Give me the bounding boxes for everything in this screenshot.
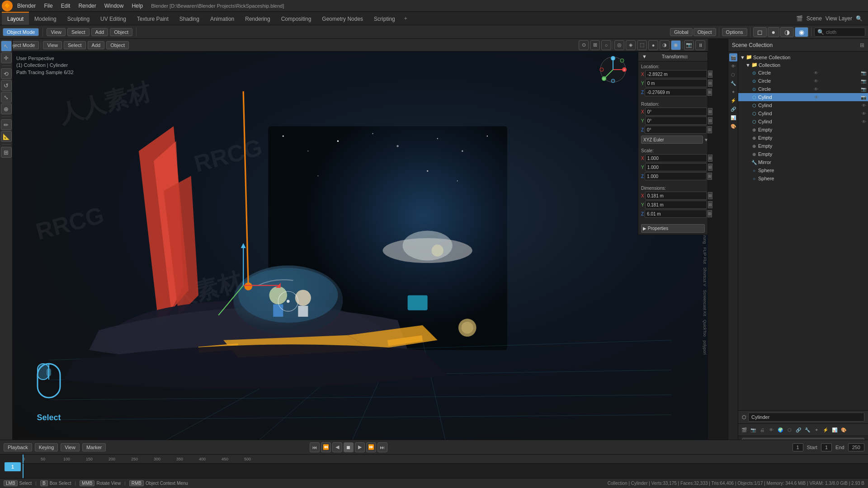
pi-scene-btn[interactable]: 🎬 <box>729 53 737 61</box>
viewport-compass[interactable]: Z X Y <box>599 56 627 83</box>
obj-object-props[interactable]: ⬡ <box>785 426 793 434</box>
sc-cylinder-4[interactable]: ⬡ Cylind 👁 <box>738 117 868 126</box>
sc-eye-cyl2[interactable]: 👁 <box>862 103 866 108</box>
menu-edit[interactable]: Edit <box>57 2 74 10</box>
material-btn[interactable]: ◑ <box>780 27 794 37</box>
tab-texture-paint[interactable]: Texture Paint <box>132 12 174 25</box>
viewport-select-btn[interactable]: Select <box>64 41 86 49</box>
viewport-object-btn[interactable]: Object <box>106 41 129 49</box>
pivot-point-btn[interactable]: ⊙ <box>579 40 589 50</box>
tab-animation[interactable]: Animation <box>205 12 240 25</box>
obj-scene-props[interactable]: 🎬 <box>740 426 748 434</box>
viewport-view-btn[interactable]: View <box>43 41 62 49</box>
camera-btn[interactable]: 📷 <box>684 40 694 50</box>
sc-circle-1[interactable]: ⊙ Circle 👁 📷 <box>738 69 868 77</box>
marker-btn[interactable]: Marker <box>82 443 106 451</box>
pi-view-btn[interactable]: 👁 <box>729 62 737 70</box>
loc-x-copy[interactable]: ⊞ <box>708 70 712 78</box>
sc-eye-cyl3[interactable]: 👁 <box>862 111 866 116</box>
sc-cam-2[interactable]: 📷 <box>861 79 866 84</box>
solid-btn[interactable]: ● <box>768 27 779 37</box>
render-shading-btn[interactable]: ◉ <box>671 40 681 50</box>
pi-constraint-btn[interactable]: 🔗 <box>729 105 737 113</box>
pi-object-btn[interactable]: ⬡ <box>729 70 737 79</box>
obj-data-props[interactable]: 📊 <box>830 426 839 434</box>
material-shading-btn[interactable]: ◑ <box>660 40 670 50</box>
sc-empty-1[interactable]: ⊕ Empty <box>738 126 868 134</box>
quicktoo-side-label[interactable]: QuickToo <box>702 318 708 339</box>
prev-keyframe-btn[interactable]: ⏪ <box>321 442 331 452</box>
move-tool-btn[interactable]: ⟲ <box>1 68 12 79</box>
dim-x-input[interactable] <box>645 192 707 200</box>
current-frame-display[interactable]: 1 <box>793 443 803 451</box>
rot-y-copy[interactable]: ⊞ <box>708 117 712 124</box>
rotation-x-input[interactable] <box>645 108 707 116</box>
scale-tool-btn[interactable]: ⤡ <box>1 92 12 103</box>
tab-shading[interactable]: Shading <box>174 12 205 25</box>
shortcutv-side-label[interactable]: Shortcut V <box>702 266 708 288</box>
search-bar[interactable]: 🔍 <box>814 28 865 37</box>
prev-frame-btn[interactable]: ◀ <box>332 442 342 452</box>
scale-y-copy[interactable]: ⊞ <box>708 164 712 171</box>
overlay-btn[interactable]: ◎ <box>614 40 624 50</box>
search-input[interactable] <box>826 29 862 35</box>
dim-y-input[interactable] <box>645 201 707 209</box>
obj-physics-props[interactable]: ⚡ <box>821 426 830 434</box>
rot-z-copy[interactable]: ⊞ <box>708 126 712 133</box>
location-z-input[interactable] <box>645 88 707 96</box>
flipflut-side-label[interactable]: FLIP Flut <box>702 245 708 265</box>
view-tl-btn[interactable]: View <box>61 443 80 451</box>
proportional-btn[interactable]: ○ <box>601 40 611 50</box>
global-transform-btn[interactable]: Global <box>670 28 693 36</box>
tab-compositing[interactable]: Compositing <box>276 12 317 25</box>
track-area[interactable] <box>23 464 868 479</box>
obj-world-props[interactable]: 🌍 <box>776 426 784 434</box>
next-frame-btn[interactable]: ⏩ <box>366 442 376 452</box>
transform-copy-btn[interactable]: ⊞ <box>684 54 704 59</box>
sc-collection[interactable]: ▼ 📁 Collection <box>738 61 868 69</box>
viewport-add-btn[interactable]: Add <box>88 41 105 49</box>
sc-cam-cyl1[interactable]: 📷 <box>861 95 866 100</box>
loc-y-copy[interactable]: ⊞ <box>708 80 712 87</box>
object-mode-btn[interactable]: Object Mode <box>3 28 39 36</box>
menu-render[interactable]: Render <box>75 2 99 10</box>
obj-material-props[interactable]: 🎨 <box>840 426 848 434</box>
playback-btn[interactable]: Playback <box>4 443 32 451</box>
location-y-input[interactable] <box>645 79 707 87</box>
menu-window[interactable]: Window <box>101 2 127 10</box>
sc-cam-1[interactable]: 📷 <box>861 70 866 75</box>
view-menu-btn[interactable]: View <box>47 28 66 36</box>
tab-modeling[interactable]: Modeling <box>29 12 62 25</box>
sc-cam-3[interactable]: 📷 <box>861 87 866 92</box>
sc-empty-3[interactable]: ⊕ Empty <box>738 142 868 150</box>
pi-modifier-btn[interactable]: 🔧 <box>729 79 737 87</box>
obj-modifier-props[interactable]: 🔧 <box>803 426 811 434</box>
sc-eye-1[interactable]: 👁 <box>814 70 818 75</box>
polypori-side-label[interactable]: polypori <box>702 338 708 357</box>
skip-start-btn[interactable]: ⏮ <box>310 442 320 452</box>
tab-rendering[interactable]: Rendering <box>240 12 275 25</box>
search-icon[interactable]: 🔍 <box>856 15 863 22</box>
obj-view-props[interactable]: 👁 <box>767 426 775 434</box>
main-viewport[interactable]: 人人素材 RRCG RRCG 人人素材 <box>13 52 708 450</box>
add-workspace-btn[interactable]: + <box>401 12 411 25</box>
tab-sculpting[interactable]: Sculpting <box>62 12 95 25</box>
screencastkit-side-label[interactable]: Screencast Kit <box>702 288 708 318</box>
object-type-btn[interactable]: Object <box>693 28 716 36</box>
sc-eye-3[interactable]: 👁 <box>814 87 818 92</box>
sc-sphere-2[interactable]: ○ Sphere <box>738 174 868 183</box>
skip-end-btn[interactable]: ⏭ <box>377 442 387 452</box>
sc-cylinder-2[interactable]: ⬡ Cylind 👁 <box>738 101 868 109</box>
tab-geometry-nodes[interactable]: Geometry Nodes <box>316 12 368 25</box>
rotate-tool-btn[interactable]: ↺ <box>1 80 12 91</box>
sc-eye-cyl1[interactable]: 👁 <box>814 95 819 100</box>
add-tool-btn[interactable]: ⊞ <box>1 147 12 158</box>
rotation-z-input[interactable] <box>645 126 707 134</box>
sc-scene-collection[interactable]: ▼ 📁 Scene Collection <box>738 53 868 61</box>
end-frame-input[interactable]: 250 <box>848 443 864 451</box>
stop-btn[interactable]: ⏹ <box>344 442 354 452</box>
pi-particle-btn[interactable]: ✦ <box>729 88 737 96</box>
obj-particles-props[interactable]: ✦ <box>812 426 821 434</box>
sc-circle-3[interactable]: ⊙ Circle 👁 📷 <box>738 85 868 93</box>
sc-empty-2[interactable]: ⊕ Empty <box>738 134 868 142</box>
